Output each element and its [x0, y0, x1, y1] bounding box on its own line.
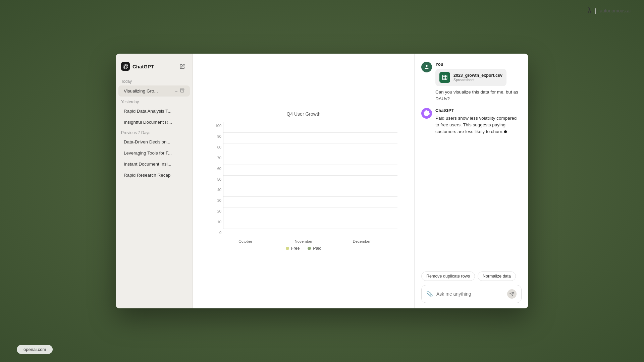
svg-rect-0: [180, 89, 184, 90]
sidebar-item-leveraging[interactable]: Leveraging Tools for F...: [118, 148, 190, 158]
user-message-content: You 2023_growth_export.csv Spreadsheet: [435, 62, 522, 103]
svg-rect-3: [442, 75, 447, 80]
y-label-40: 40: [211, 188, 223, 192]
lambda-icon: λ: [587, 6, 591, 15]
y-label-90: 90: [211, 134, 223, 138]
y-label-10: 10: [211, 220, 223, 224]
y-label-60: 60: [211, 167, 223, 171]
user-message-row: You 2023_growth_export.csv Spreadsheet: [421, 62, 522, 103]
file-info: 2023_growth_export.csv Spreadsheet: [453, 73, 502, 82]
chart-section: Q4 User Growth 100 90 80 70 60 50 40 30: [193, 54, 414, 308]
svg-point-2: [426, 65, 427, 67]
chat-messages: You 2023_growth_export.csv Spreadsheet: [421, 62, 522, 267]
sidebar-item-data-driven[interactable]: Data-Driven Decision...: [118, 137, 190, 147]
y-label-50: 50: [211, 177, 223, 181]
x-label-december: December: [345, 239, 378, 243]
prev7-section-label: Previous 7 Days: [116, 128, 193, 136]
chatgpt-logo-icon: [121, 62, 130, 71]
yesterday-section-label: Yesterday: [116, 97, 193, 106]
chart-area: 100 90 80 70 60 50 40 30 20 10 0: [223, 122, 397, 229]
sidebar-item-rapid-data[interactable]: Rapid Data Analysis T...: [118, 106, 190, 116]
file-name: 2023_growth_export.csv: [453, 73, 502, 78]
user-avatar-icon: [424, 64, 429, 70]
y-label-0: 0: [211, 231, 223, 235]
attach-icon[interactable]: 📎: [426, 291, 433, 297]
x-label-november: November: [287, 239, 320, 243]
chat-input-area: 📎: [421, 285, 522, 303]
legend-free: Free: [286, 246, 300, 251]
chatgpt-icon: [123, 64, 128, 69]
chart-legend: Free Paid: [210, 246, 397, 251]
chatgpt-avatar: [421, 108, 432, 119]
file-card: 2023_growth_export.csv Spreadsheet: [435, 69, 506, 86]
sidebar-item-leveraging-label: Leveraging Tools for F...: [124, 150, 184, 156]
sidebar-item-data-driven-label: Data-Driven Decision...: [124, 139, 184, 144]
typing-indicator: [504, 130, 507, 133]
y-label-70: 70: [211, 156, 223, 160]
more-icon[interactable]: ···: [175, 88, 178, 94]
archive-icon[interactable]: [180, 88, 184, 94]
chatgpt-message-row: ChatGPT Paid users show less volatility …: [421, 108, 522, 135]
content-area: Q4 User Growth 100 90 80 70 60 50 40 30: [193, 54, 414, 308]
browser-window: ChatGPT Today Visualizing Gro... ···: [116, 54, 528, 308]
right-panel: You 2023_growth_export.csv Spreadsheet: [414, 54, 528, 308]
file-type: Spreadsheet: [453, 78, 502, 82]
sidebar-header: ChatGPT: [116, 59, 193, 76]
edit-button[interactable]: [178, 62, 187, 71]
sidebar-item-rapid-research-label: Rapid Research Recap: [124, 173, 184, 178]
user-avatar: [421, 62, 432, 72]
sidebar-item-rapid-research[interactable]: Rapid Research Recap: [118, 170, 190, 180]
chip-remove-duplicates[interactable]: Remove duplicate rows: [421, 272, 475, 281]
y-label-100: 100: [211, 124, 223, 128]
legend-free-dot: [286, 247, 289, 250]
chatgpt-sender-label: ChatGPT: [435, 108, 522, 113]
browser-url: openai.com: [23, 347, 46, 352]
chatgpt-message-text: Paid users show less volatility compared…: [435, 115, 522, 135]
user-sender-label: You: [435, 62, 522, 67]
sidebar-item-insightful[interactable]: Insightful Document R...: [118, 117, 190, 127]
y-label-80: 80: [211, 145, 223, 149]
chat-input[interactable]: [436, 291, 504, 297]
legend-paid: Paid: [308, 246, 321, 251]
chatgpt-avatar-icon: [424, 110, 430, 116]
brand-divider: |: [595, 7, 596, 14]
legend-free-label: Free: [291, 246, 300, 251]
brand-bar: λ | autonomous.ai: [587, 6, 631, 15]
spreadsheet-icon: [439, 72, 450, 83]
chart-title: Q4 User Growth: [210, 111, 397, 117]
edit-icon: [180, 64, 185, 69]
chatgpt-message-content: ChatGPT Paid users show less volatility …: [435, 108, 522, 135]
chart-grid: 100 90 80 70 60 50 40 30 20 10 0: [223, 122, 397, 229]
brand-name: autonomous.ai: [600, 8, 631, 13]
app-name: ChatGPT: [132, 64, 154, 69]
y-label-30: 30: [211, 198, 223, 202]
chip-normalize-data[interactable]: Normalize data: [478, 272, 516, 281]
suggestion-chips: Remove duplicate rows Normalize data: [421, 272, 522, 281]
browser-url-bar: openai.com: [17, 345, 53, 354]
sidebar-item-instant[interactable]: Instant Document Insi...: [118, 159, 190, 169]
sidebar-item-visualizing[interactable]: Visualizing Gro... ···: [118, 85, 190, 97]
sidebar-item-instant-label: Instant Document Insi...: [124, 162, 184, 167]
chart-container: Q4 User Growth 100 90 80 70 60 50 40 30: [210, 111, 397, 251]
x-label-october: October: [229, 239, 262, 243]
sidebar-item-insightful-label: Insightful Document R...: [124, 120, 184, 125]
sidebar-item-actions: ···: [175, 88, 184, 94]
sidebar-item-visualizing-label: Visualizing Gro...: [124, 88, 175, 94]
today-section-label: Today: [116, 76, 193, 85]
x-labels: October November December: [210, 239, 397, 243]
sidebar-logo: ChatGPT: [121, 62, 154, 71]
y-label-20: 20: [211, 209, 223, 213]
user-message-text: Can you visualize this data for me, but …: [435, 89, 522, 103]
legend-paid-label: Paid: [313, 246, 321, 251]
main-container: ChatGPT Today Visualizing Gro... ···: [116, 54, 528, 308]
sidebar: ChatGPT Today Visualizing Gro... ···: [116, 54, 193, 308]
send-icon: [509, 292, 514, 296]
send-button[interactable]: [507, 289, 517, 299]
sidebar-item-rapid-data-label: Rapid Data Analysis T...: [124, 109, 184, 114]
legend-paid-dot: [308, 247, 311, 250]
